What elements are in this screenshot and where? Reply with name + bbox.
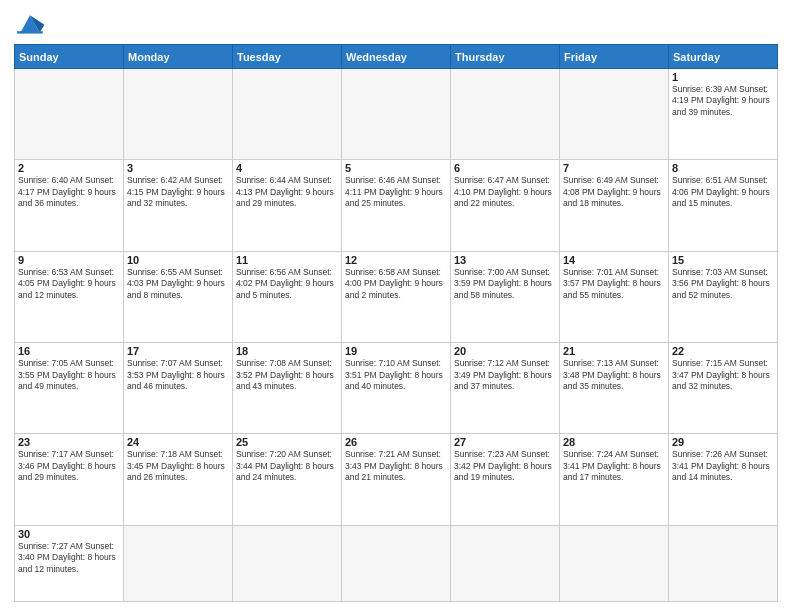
week-row-1: 1Sunrise: 6:39 AM Sunset: 4:19 PM Daylig… bbox=[15, 69, 778, 160]
day-cell: 22Sunrise: 7:15 AM Sunset: 3:47 PM Dayli… bbox=[669, 343, 778, 434]
day-number: 16 bbox=[18, 345, 120, 357]
day-cell: 5Sunrise: 6:46 AM Sunset: 4:11 PM Daylig… bbox=[342, 160, 451, 251]
day-number: 20 bbox=[454, 345, 556, 357]
day-cell: 1Sunrise: 6:39 AM Sunset: 4:19 PM Daylig… bbox=[669, 69, 778, 160]
day-info: Sunrise: 7:17 AM Sunset: 3:46 PM Dayligh… bbox=[18, 449, 120, 483]
day-cell: 26Sunrise: 7:21 AM Sunset: 3:43 PM Dayli… bbox=[342, 434, 451, 525]
day-number: 24 bbox=[127, 436, 229, 448]
day-cell bbox=[124, 525, 233, 601]
day-info: Sunrise: 7:18 AM Sunset: 3:45 PM Dayligh… bbox=[127, 449, 229, 483]
day-info: Sunrise: 6:40 AM Sunset: 4:17 PM Dayligh… bbox=[18, 175, 120, 209]
day-info: Sunrise: 7:01 AM Sunset: 3:57 PM Dayligh… bbox=[563, 267, 665, 301]
day-number: 5 bbox=[345, 162, 447, 174]
day-info: Sunrise: 7:13 AM Sunset: 3:48 PM Dayligh… bbox=[563, 358, 665, 392]
week-row-2: 2Sunrise: 6:40 AM Sunset: 4:17 PM Daylig… bbox=[15, 160, 778, 251]
day-cell: 14Sunrise: 7:01 AM Sunset: 3:57 PM Dayli… bbox=[560, 251, 669, 342]
logo-icon bbox=[14, 10, 46, 38]
day-info: Sunrise: 7:15 AM Sunset: 3:47 PM Dayligh… bbox=[672, 358, 774, 392]
day-cell: 3Sunrise: 6:42 AM Sunset: 4:15 PM Daylig… bbox=[124, 160, 233, 251]
day-number: 9 bbox=[18, 254, 120, 266]
day-number: 25 bbox=[236, 436, 338, 448]
day-info: Sunrise: 6:53 AM Sunset: 4:05 PM Dayligh… bbox=[18, 267, 120, 301]
day-info: Sunrise: 6:47 AM Sunset: 4:10 PM Dayligh… bbox=[454, 175, 556, 209]
day-number: 15 bbox=[672, 254, 774, 266]
weekday-saturday: Saturday bbox=[669, 45, 778, 69]
day-info: Sunrise: 7:03 AM Sunset: 3:56 PM Dayligh… bbox=[672, 267, 774, 301]
week-row-6: 30Sunrise: 7:27 AM Sunset: 3:40 PM Dayli… bbox=[15, 525, 778, 601]
day-number: 7 bbox=[563, 162, 665, 174]
day-number: 21 bbox=[563, 345, 665, 357]
day-cell bbox=[669, 525, 778, 601]
header bbox=[14, 10, 778, 38]
day-cell bbox=[560, 69, 669, 160]
day-cell: 19Sunrise: 7:10 AM Sunset: 3:51 PM Dayli… bbox=[342, 343, 451, 434]
day-info: Sunrise: 6:55 AM Sunset: 4:03 PM Dayligh… bbox=[127, 267, 229, 301]
day-number: 6 bbox=[454, 162, 556, 174]
weekday-header-row: SundayMondayTuesdayWednesdayThursdayFrid… bbox=[15, 45, 778, 69]
day-info: Sunrise: 7:23 AM Sunset: 3:42 PM Dayligh… bbox=[454, 449, 556, 483]
day-cell: 18Sunrise: 7:08 AM Sunset: 3:52 PM Dayli… bbox=[233, 343, 342, 434]
weekday-tuesday: Tuesday bbox=[233, 45, 342, 69]
day-number: 29 bbox=[672, 436, 774, 448]
day-info: Sunrise: 7:12 AM Sunset: 3:49 PM Dayligh… bbox=[454, 358, 556, 392]
calendar-table: SundayMondayTuesdayWednesdayThursdayFrid… bbox=[14, 44, 778, 602]
day-cell: 20Sunrise: 7:12 AM Sunset: 3:49 PM Dayli… bbox=[451, 343, 560, 434]
day-info: Sunrise: 7:10 AM Sunset: 3:51 PM Dayligh… bbox=[345, 358, 447, 392]
day-info: Sunrise: 7:27 AM Sunset: 3:40 PM Dayligh… bbox=[18, 541, 120, 575]
week-row-5: 23Sunrise: 7:17 AM Sunset: 3:46 PM Dayli… bbox=[15, 434, 778, 525]
weekday-monday: Monday bbox=[124, 45, 233, 69]
day-number: 8 bbox=[672, 162, 774, 174]
day-cell bbox=[233, 525, 342, 601]
day-number: 19 bbox=[345, 345, 447, 357]
day-info: Sunrise: 6:39 AM Sunset: 4:19 PM Dayligh… bbox=[672, 84, 774, 118]
day-cell bbox=[451, 69, 560, 160]
day-info: Sunrise: 7:20 AM Sunset: 3:44 PM Dayligh… bbox=[236, 449, 338, 483]
day-cell bbox=[124, 69, 233, 160]
day-number: 26 bbox=[345, 436, 447, 448]
day-cell: 21Sunrise: 7:13 AM Sunset: 3:48 PM Dayli… bbox=[560, 343, 669, 434]
day-number: 1 bbox=[672, 71, 774, 83]
day-info: Sunrise: 7:24 AM Sunset: 3:41 PM Dayligh… bbox=[563, 449, 665, 483]
day-number: 10 bbox=[127, 254, 229, 266]
day-cell: 10Sunrise: 6:55 AM Sunset: 4:03 PM Dayli… bbox=[124, 251, 233, 342]
day-cell: 24Sunrise: 7:18 AM Sunset: 3:45 PM Dayli… bbox=[124, 434, 233, 525]
week-row-3: 9Sunrise: 6:53 AM Sunset: 4:05 PM Daylig… bbox=[15, 251, 778, 342]
day-number: 2 bbox=[18, 162, 120, 174]
day-info: Sunrise: 6:42 AM Sunset: 4:15 PM Dayligh… bbox=[127, 175, 229, 209]
day-number: 14 bbox=[563, 254, 665, 266]
day-cell: 29Sunrise: 7:26 AM Sunset: 3:41 PM Dayli… bbox=[669, 434, 778, 525]
day-cell: 8Sunrise: 6:51 AM Sunset: 4:06 PM Daylig… bbox=[669, 160, 778, 251]
day-cell: 6Sunrise: 6:47 AM Sunset: 4:10 PM Daylig… bbox=[451, 160, 560, 251]
weekday-sunday: Sunday bbox=[15, 45, 124, 69]
day-cell bbox=[233, 69, 342, 160]
day-cell: 15Sunrise: 7:03 AM Sunset: 3:56 PM Dayli… bbox=[669, 251, 778, 342]
day-cell: 16Sunrise: 7:05 AM Sunset: 3:55 PM Dayli… bbox=[15, 343, 124, 434]
day-cell: 9Sunrise: 6:53 AM Sunset: 4:05 PM Daylig… bbox=[15, 251, 124, 342]
day-cell: 17Sunrise: 7:07 AM Sunset: 3:53 PM Dayli… bbox=[124, 343, 233, 434]
day-cell bbox=[15, 69, 124, 160]
day-info: Sunrise: 6:46 AM Sunset: 4:11 PM Dayligh… bbox=[345, 175, 447, 209]
logo bbox=[14, 10, 50, 38]
day-cell bbox=[560, 525, 669, 601]
day-cell: 7Sunrise: 6:49 AM Sunset: 4:08 PM Daylig… bbox=[560, 160, 669, 251]
day-number: 13 bbox=[454, 254, 556, 266]
day-number: 17 bbox=[127, 345, 229, 357]
day-cell: 25Sunrise: 7:20 AM Sunset: 3:44 PM Dayli… bbox=[233, 434, 342, 525]
day-number: 23 bbox=[18, 436, 120, 448]
day-number: 22 bbox=[672, 345, 774, 357]
day-cell: 11Sunrise: 6:56 AM Sunset: 4:02 PM Dayli… bbox=[233, 251, 342, 342]
day-info: Sunrise: 6:44 AM Sunset: 4:13 PM Dayligh… bbox=[236, 175, 338, 209]
day-number: 4 bbox=[236, 162, 338, 174]
day-info: Sunrise: 6:49 AM Sunset: 4:08 PM Dayligh… bbox=[563, 175, 665, 209]
weekday-friday: Friday bbox=[560, 45, 669, 69]
day-cell bbox=[342, 69, 451, 160]
svg-rect-2 bbox=[17, 31, 43, 33]
day-cell: 28Sunrise: 7:24 AM Sunset: 3:41 PM Dayli… bbox=[560, 434, 669, 525]
day-info: Sunrise: 7:00 AM Sunset: 3:59 PM Dayligh… bbox=[454, 267, 556, 301]
day-number: 12 bbox=[345, 254, 447, 266]
day-info: Sunrise: 7:07 AM Sunset: 3:53 PM Dayligh… bbox=[127, 358, 229, 392]
day-number: 11 bbox=[236, 254, 338, 266]
weekday-wednesday: Wednesday bbox=[342, 45, 451, 69]
day-number: 28 bbox=[563, 436, 665, 448]
day-cell: 4Sunrise: 6:44 AM Sunset: 4:13 PM Daylig… bbox=[233, 160, 342, 251]
